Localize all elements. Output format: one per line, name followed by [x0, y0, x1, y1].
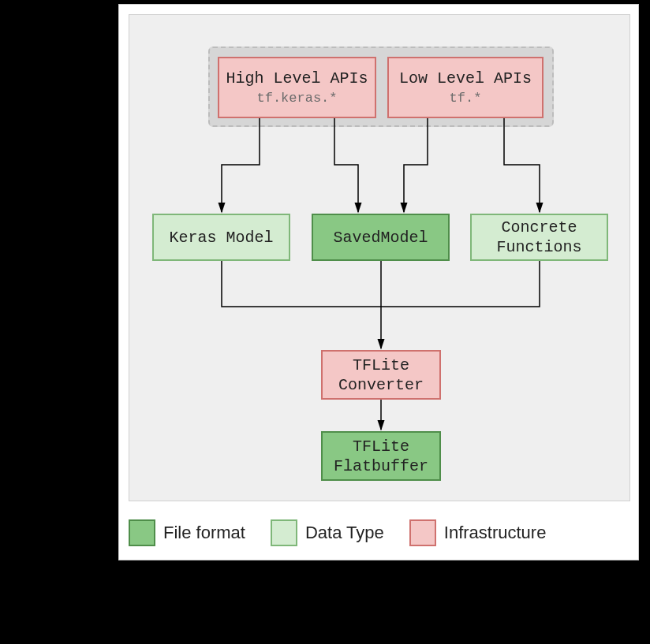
diagram-area: High Level APIs tf.keras.* Low Level API…	[129, 14, 630, 501]
swatch-data-type	[271, 519, 297, 546]
edge-low-to-saved	[404, 118, 428, 212]
node-title: Keras Model	[169, 228, 273, 248]
node-subtitle: tf.keras.*	[256, 90, 337, 106]
node-title: High Level APIs	[226, 69, 368, 88]
node-low-level-apis: Low Level APIs tf.*	[387, 57, 544, 118]
swatch-file-format	[129, 519, 155, 546]
edge-high-to-saved	[334, 118, 358, 212]
node-tflite-converter: TFLiteConverter	[321, 350, 441, 400]
node-title: TFLiteFlatbuffer	[334, 437, 428, 476]
legend-label: Infrastructure	[444, 523, 547, 543]
edge-high-to-keras	[222, 118, 260, 212]
node-concrete-functions: ConcreteFunctions	[470, 214, 608, 261]
legend-label: File format	[163, 523, 245, 543]
node-title: TFLiteConverter	[338, 356, 424, 395]
node-high-level-apis: High Level APIs tf.keras.*	[218, 57, 376, 118]
node-subtitle: tf.*	[450, 90, 482, 106]
legend-item-file-format: File format	[129, 519, 245, 546]
edge-low-to-concrete	[504, 118, 540, 212]
node-title: SavedModel	[333, 228, 428, 248]
swatch-infrastructure	[409, 519, 436, 546]
node-tflite-flatbuffer: TFLiteFlatbuffer	[321, 431, 441, 481]
diagram-canvas: High Level APIs tf.keras.* Low Level API…	[118, 4, 639, 560]
node-saved-model: SavedModel	[312, 214, 450, 261]
node-title: Low Level APIs	[399, 69, 532, 88]
legend: File format Data Type Infrastructure	[129, 514, 630, 552]
legend-item-data-type: Data Type	[271, 519, 384, 546]
edge-conc-to-conv	[381, 261, 540, 307]
node-title: ConcreteFunctions	[496, 218, 581, 257]
legend-label: Data Type	[305, 523, 384, 543]
legend-item-infrastructure: Infrastructure	[409, 519, 547, 546]
node-keras-model: Keras Model	[152, 214, 290, 261]
edge-keras-to-conv	[222, 261, 381, 307]
